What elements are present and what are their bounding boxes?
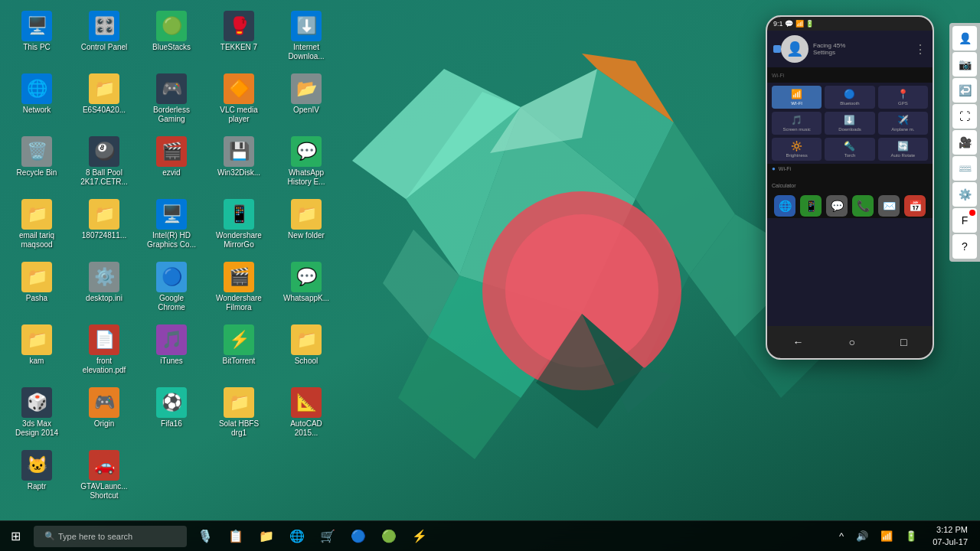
desktop-icon-bittorrent[interactable]: ⚡BitTorrent <box>210 321 268 378</box>
back-icon[interactable]: ↩️ <box>952 78 977 103</box>
icon-img-whatsapp-history: 💬 <box>291 136 322 167</box>
desktop-icon-email-tariq[interactable]: 📁email tariq maqsood <box>8 196 66 253</box>
desktop-icon-control-panel[interactable]: 🎛️Control Panel <box>75 8 133 64</box>
file-explorer[interactable]: 📁 <box>251 521 282 552</box>
wifi-detail-row: ● Wi-Fi <box>767 164 933 174</box>
desktop-icon-recycle-bin[interactable]: 🗑️Recycle Bin <box>8 133 66 190</box>
video-icon[interactable]: 🎥 <box>952 130 977 155</box>
qs-item-auto-rotate[interactable]: 🔄Auto Rotate <box>878 138 928 161</box>
task-view[interactable]: 📋 <box>220 521 251 552</box>
desktop-icon-fifa16[interactable]: ⚽Fifa16 <box>142 384 201 441</box>
clock[interactable]: 3:12 PM 07-Jul-17 <box>926 523 974 549</box>
icon-img-intel-hd: 🖥️ <box>156 199 187 230</box>
phone-nav-btn-2[interactable]: □ <box>900 336 906 348</box>
icon-img-gta-launcher: 🚗 <box>89 450 119 481</box>
tray-battery[interactable]: 🔋 <box>902 529 920 543</box>
desktop-icon-ezvid[interactable]: 🎬ezvid <box>142 133 201 190</box>
f-icon[interactable]: F <box>952 208 977 233</box>
desktop-icon-wondershare-mirrorgo[interactable]: 📱Wondershare MirrorGo <box>210 196 268 253</box>
desktop-icon-borderless-gaming[interactable]: 🎮Borderless Gaming <box>142 70 201 127</box>
phone-app-Cal[interactable]: 📅 <box>904 195 926 217</box>
desktop-icon-pasha[interactable]: 📁Pasha <box>8 259 66 315</box>
icon-label-e6s40a20: E6S40A20... <box>83 106 126 115</box>
qs-item-bluetooth[interactable]: 🔵Bluetooth <box>825 86 874 109</box>
qs-item-downloads[interactable]: ⬇️Downloads <box>825 112 874 135</box>
desktop-icon-this-pc[interactable]: 🖥️This PC <box>8 8 66 64</box>
expand-icon[interactable]: ⛶ <box>952 104 977 129</box>
qs-item-airplane-m.[interactable]: ✈️Airplane m. <box>878 112 928 135</box>
desktop-icon-autocad2015[interactable]: 📐AutoCAD 2015... <box>277 384 335 441</box>
store[interactable]: 🛒 <box>312 521 343 552</box>
help-icon[interactable]: ? <box>952 234 977 259</box>
qs-label: Downloads <box>838 127 861 132</box>
desktop-icon-internet-download[interactable]: ⬇️Internet Downloa... <box>277 8 335 64</box>
icon-label-ezvid: ezvid <box>162 168 180 178</box>
search-bar[interactable]: 🔍 Type here to search <box>34 526 187 547</box>
ie-browser[interactable]: 🔵 <box>343 521 374 552</box>
start-button[interactable]: ⊞ <box>0 521 31 552</box>
phone-app-Globe[interactable]: 🌐 <box>774 195 795 217</box>
desktop-icon-network[interactable]: 🌐Network <box>8 70 66 127</box>
edge-browser[interactable]: 🌐 <box>282 521 312 552</box>
icon-img-recycle-bin: 🗑️ <box>21 136 52 167</box>
desktop-icon-vlc-media-player[interactable]: 🔶VLC media player <box>210 70 268 127</box>
phone-nav-bar[interactable]: ←○□ <box>767 326 933 358</box>
icon-label-solar-hbfs: Solat HBFS drg1 <box>213 419 265 438</box>
desktop-icon-origin[interactable]: 🎮Origin <box>75 384 133 441</box>
desktop-icon-new-folder[interactable]: 📁New folder <box>277 196 335 253</box>
desktop-icon-intel-hd[interactable]: 🖥️Intel(R) HD Graphics Co... <box>142 196 201 253</box>
desktop-icon-whatsapp-history[interactable]: 💬WhatsApp History E... <box>277 133 335 190</box>
desktop-icon-itunes[interactable]: 🎵iTunes <box>142 321 201 378</box>
desktop-icon-whatsappk[interactable]: 💬WhatsappK... <box>277 259 335 315</box>
tray-volume[interactable]: 🔊 <box>853 529 871 543</box>
phone-app-Chat[interactable]: 💬 <box>826 195 848 217</box>
desktop-icon-180724811[interactable]: 📁180724811... <box>75 196 133 253</box>
desktop-icon-solar-hbfs[interactable]: 📁Solat HBFS drg1 <box>210 384 268 441</box>
qs-item-gps[interactable]: 📍GPS <box>878 86 928 109</box>
desktop-icon-kam[interactable]: 📁kam <box>8 321 66 378</box>
desktop-icon-tekken7[interactable]: 🥊TEKKEN 7 <box>210 8 268 64</box>
icon-img-180724811: 📁 <box>89 199 119 230</box>
desktop-icon-bluestacks[interactable]: 🟢BlueStacks <box>142 8 201 64</box>
desktop-icon-wondershare-filmora[interactable]: 🎬Wondershare Filmora <box>210 259 268 315</box>
desktop-icon-3ds-max[interactable]: 🎲3ds Max Design 2014 <box>8 384 66 441</box>
phone-nav-btn-1[interactable]: ○ <box>849 336 855 348</box>
phone-app-Phone[interactable]: 📞 <box>852 195 874 217</box>
desktop-icon-google-chrome[interactable]: 🔵Google Chrome <box>142 259 201 315</box>
icon-img-this-pc: 🖥️ <box>21 11 52 41</box>
bluestacks-taskbar[interactable]: ⚡ <box>404 521 435 552</box>
tray-chevron[interactable]: ^ <box>836 529 847 543</box>
desktop-icon-8-ball-pool[interactable]: 🎱8 Ball Pool 2K17.CETR... <box>75 133 133 190</box>
phone-screen[interactable]: 👤 Facing 45% Settings ⋮ Wi-Fi 📶WI-FI🔵Blu… <box>767 31 933 326</box>
desktop-icon-raptr[interactable]: 🐱Raptr <box>8 447 66 504</box>
desktop-icon-desktop-ini[interactable]: ⚙️desktop.ini <box>75 259 133 315</box>
phone-app-SMS[interactable]: ✉️ <box>878 195 900 217</box>
keyboard-icon[interactable]: ⌨️ <box>952 156 977 181</box>
qs-item-wi-fi[interactable]: 📶WI-FI <box>772 86 822 109</box>
phone-nav-btn-0[interactable]: ← <box>793 336 804 348</box>
phone-app-App[interactable]: 📱 <box>800 195 822 217</box>
settings-icon[interactable]: ⚙️ <box>952 182 977 207</box>
desktop-icon-openlv[interactable]: 📂OpenIV <box>277 70 335 127</box>
icon-img-borderless-gaming: 🎮 <box>156 73 187 104</box>
desktop-icon-win32disk[interactable]: 💾Win32Disk... <box>210 133 268 190</box>
tray-network[interactable]: 📶 <box>877 529 896 543</box>
desktop-icon-gta-launcher[interactable]: 🚗GTAVLaunc... Shortcut <box>75 447 133 504</box>
icon-label-tekken7: TEKKEN 7 <box>220 43 257 52</box>
qs-item-screen-music[interactable]: 🎵Screen music <box>772 112 822 135</box>
desktop-icon-school[interactable]: 📁School <box>277 321 335 378</box>
desktop-icon-front-elevation[interactable]: 📄front elevation.pdf <box>75 321 133 378</box>
chrome-taskbar[interactable]: 🟢 <box>374 521 404 552</box>
icon-label-gta-launcher: GTAVLaunc... Shortcut <box>78 482 130 500</box>
icon-img-email-tariq: 📁 <box>21 199 52 230</box>
user-icon[interactable]: 👤 <box>952 26 977 51</box>
desktop-icon-e6s40a20[interactable]: 📁E6S40A20... <box>75 70 133 127</box>
qs-item-torch[interactable]: 🔦Torch <box>825 138 874 161</box>
camera-icon[interactable]: 📷 <box>952 52 977 77</box>
phone-avatar: 👤 <box>781 35 808 63</box>
mic-button[interactable]: 🎙️ <box>190 521 220 552</box>
clock-date: 07-Jul-17 <box>933 536 968 548</box>
qs-item-brightness[interactable]: 🔆Brightness <box>772 138 822 161</box>
search-placeholder: Type here to search <box>58 532 132 541</box>
app-icon: ✉️ <box>878 195 900 217</box>
